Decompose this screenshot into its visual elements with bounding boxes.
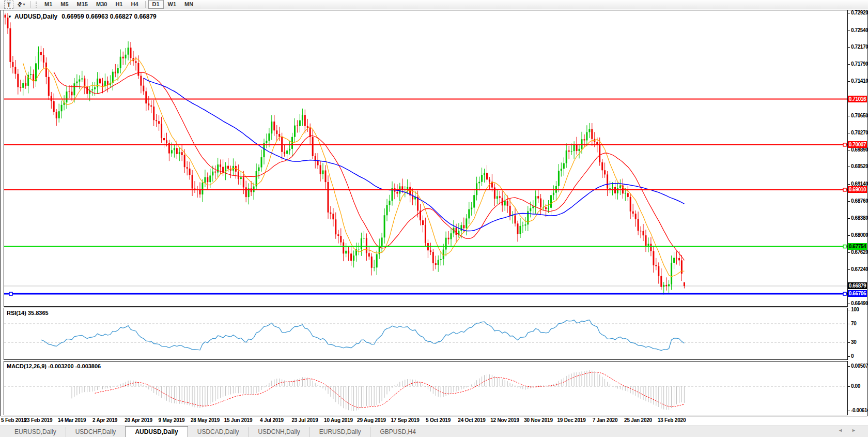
chart-dropdown-icon[interactable]: ▼	[8, 14, 12, 19]
macd-indicator-label: MACD(12,26,9) -0.003200 -0.003806	[7, 363, 101, 369]
date-axis-label: 19 Dec 2019	[557, 417, 585, 423]
price-axis-tick-label: 0.71410	[851, 78, 868, 84]
cursor-mode-icon: ⇅	[16, 1, 23, 8]
hline-price-label: 0.66706	[848, 290, 867, 297]
price-axis-tick-label: 0.67240	[851, 266, 868, 272]
date-axis-label: 17 Sep 2019	[391, 417, 419, 423]
cursor-mode-button[interactable]: ⇅▾	[16, 1, 27, 8]
date-axis-label: 2 Apr 2019	[92, 417, 117, 423]
chart-tab-gbpusd-h4[interactable]: GBPUSD,H4	[370, 427, 425, 437]
rsi-pane[interactable]: RSI(14) 35.8365	[4, 308, 848, 360]
toolbar: T⇅▾M1M5M15M30H1H4D1W1MN	[0, 0, 868, 9]
macd-axis-tick-label: 0.00	[851, 383, 860, 389]
price-axis-tick-label: 0.70650	[851, 113, 868, 118]
text-tool-button[interactable]: T	[4, 1, 13, 9]
timeframe-button-w1[interactable]: W1	[164, 0, 181, 9]
rsi-axis-tick-label: 70	[851, 321, 856, 326]
axis-tick	[848, 218, 850, 219]
axis-tick	[848, 342, 850, 343]
macd-axis-tick-label: 0.005076	[851, 363, 868, 369]
timeframe-button-h4[interactable]: H4	[127, 0, 142, 9]
axis-tick	[848, 304, 850, 304]
axis-tick	[848, 150, 850, 150]
timeframe-button-m30[interactable]: M30	[92, 0, 111, 9]
axis-tick	[848, 201, 850, 202]
macd-axis-tick-label: -0.00614	[851, 408, 868, 413]
price-axis-tick-label: 0.72170	[851, 44, 868, 50]
toolbar-separator	[30, 1, 31, 8]
chart-tab-usdcad-daily[interactable]: USDCAD,Daily	[188, 427, 249, 437]
axis-tick	[848, 47, 850, 48]
rsi-canvas[interactable]	[4, 308, 847, 359]
axis-tick	[848, 310, 850, 310]
current-price-label: 0.66879	[848, 282, 867, 289]
axis-tick	[848, 366, 850, 367]
date-axis-label: 7 Jan 2020	[593, 417, 618, 423]
axis-tick	[848, 167, 850, 167]
axis-tick	[848, 133, 850, 133]
chart-tab-eurusd-daily[interactable]: EURUSD,Daily	[309, 427, 370, 437]
price-axis-tick-label: 0.72920	[851, 10, 868, 16]
timeframe-button-d1[interactable]: D1	[148, 0, 164, 9]
date-axis-label: 20 Apr 2019	[125, 417, 152, 423]
axis-tick	[848, 184, 850, 185]
price-axis-tick-label: 0.66490	[851, 300, 868, 306]
rsi-axis-tick-label: 0	[851, 353, 854, 359]
price-chart-canvas[interactable]	[4, 10, 847, 306]
timeframe-button-h1[interactable]: H1	[111, 0, 127, 9]
macd-pane[interactable]: MACD(12,26,9) -0.003200 -0.003806	[4, 361, 848, 415]
date-axis-label: 5 Feb 2019	[1, 417, 26, 423]
timeframe-button-m5[interactable]: M5	[56, 0, 72, 9]
date-axis-label: 5 Oct 2019	[426, 417, 451, 423]
date-axis-label: 23 Feb 2019	[24, 417, 53, 423]
date-axis-label: 25 Jan 2020	[624, 417, 652, 423]
chart-tab-usdcnh-daily[interactable]: USDCNH,Daily	[248, 427, 309, 437]
main-chart-pane[interactable]: ▼AUDUSD,Daily0.66959 0.66963 0.66827 0.6…	[4, 10, 848, 307]
axis-tick	[848, 13, 850, 13]
date-axis-label: 29 Aug 2019	[357, 417, 386, 423]
tab-scroll-left-icon[interactable]: ◄	[838, 428, 843, 433]
axis-tick	[848, 411, 850, 411]
axis-tick	[848, 386, 850, 387]
date-axis-label: 4 Jul 2019	[260, 417, 284, 423]
chart-tab-eurusd-daily[interactable]: EURUSD,Daily	[5, 427, 66, 437]
date-axis-label: 10 Aug 2019	[324, 417, 353, 423]
axis-tick	[848, 116, 850, 116]
date-axis-label: 30 Nov 2019	[524, 417, 553, 423]
hline-price-label: 0.67754	[848, 243, 867, 250]
timeframe-button-m15[interactable]: M15	[73, 0, 92, 9]
date-axis-label: 14 Mar 2019	[58, 417, 86, 423]
price-axis-tick-label: 0.71790	[851, 61, 868, 67]
timeframe-button-m1[interactable]: M1	[40, 0, 56, 9]
price-axis-tick-label: 0.68000	[851, 232, 868, 238]
chart-tab-audusd-daily[interactable]: AUDUSD,Daily	[125, 426, 188, 437]
price-axis-tick-label: 0.72540	[851, 27, 868, 33]
chart-tab-usdchf-daily[interactable]: USDCHF,Daily	[66, 427, 126, 437]
axis-tick	[848, 31, 850, 31]
price-axis-tick-label: 0.67620	[851, 249, 868, 255]
macd-canvas[interactable]	[4, 361, 847, 415]
price-axis-tick-label: 0.69520	[851, 163, 868, 169]
trading-platform-window: T⇅▾M1M5M15M30H1H4D1W1MN ▼AUDUSD,Daily0.6…	[0, 0, 868, 437]
axis-tick	[848, 81, 850, 82]
date-axis-label: 15 Jun 2019	[224, 417, 253, 423]
date-axis-label: 13 Feb 2020	[658, 417, 686, 423]
timeframe-button-mn[interactable]: MN	[180, 0, 197, 9]
tab-scroll-right-icon[interactable]: ►	[851, 428, 856, 433]
rsi-indicator-label: RSI(14) 35.8365	[7, 310, 49, 316]
axis-tick	[848, 324, 850, 324]
chart-ohlc-values: 0.66959 0.66963 0.66827 0.66879	[61, 13, 157, 20]
date-axis-label: 9 May 2019	[159, 417, 185, 423]
toolbar-separator	[145, 1, 146, 8]
date-axis-label: 28 May 2019	[191, 417, 220, 423]
price-axis-tick-label: 0.68760	[851, 198, 868, 204]
axis-tick	[848, 356, 850, 357]
axis-tick	[848, 64, 850, 65]
chart-symbol-label: AUDUSD,Daily	[14, 13, 57, 20]
rsi-axis-tick-label: 100	[851, 307, 859, 312]
price-axis-tick-label: 0.70270	[851, 130, 868, 135]
date-axis-label: 12 Nov 2019	[490, 417, 519, 423]
axis-tick	[848, 252, 850, 253]
price-axis-tick-label: 0.68380	[851, 215, 868, 221]
chart-tab-bar: EURUSD,DailyUSDCHF,DailyAUDUSD,DailyUSDC…	[0, 426, 868, 437]
